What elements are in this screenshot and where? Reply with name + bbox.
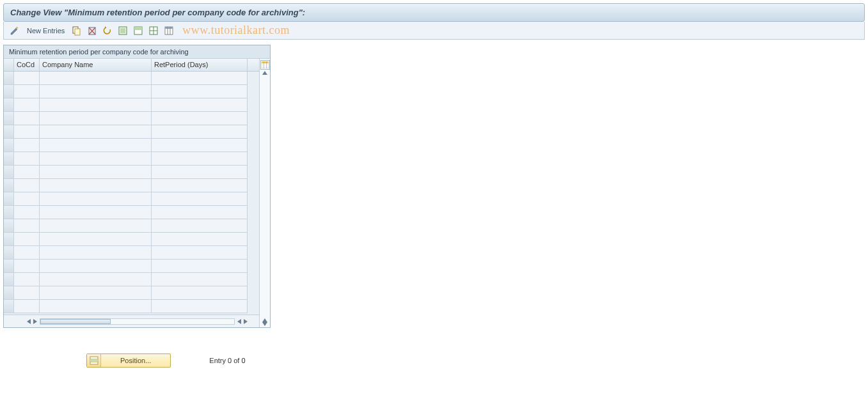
cell-cocd[interactable] [14, 286, 40, 300]
row-selector[interactable] [4, 219, 14, 233]
undo-change-icon[interactable] [102, 25, 113, 36]
cell-company-name[interactable] [40, 98, 152, 112]
cell-ret-period[interactable] [152, 152, 248, 166]
cell-cocd[interactable] [14, 85, 40, 98]
cell-company-name[interactable] [40, 85, 152, 98]
cell-ret-period[interactable] [152, 246, 248, 260]
table-row[interactable] [4, 286, 259, 300]
table-row[interactable] [4, 273, 259, 286]
cell-ret-period[interactable] [152, 112, 248, 125]
hscroll-left-arrow-icon[interactable] [27, 319, 31, 324]
table-row[interactable] [4, 219, 259, 233]
copy-as-icon[interactable] [71, 25, 83, 36]
row-selector[interactable] [4, 72, 14, 85]
cell-cocd[interactable] [14, 139, 40, 152]
cell-ret-period[interactable] [152, 273, 248, 286]
cell-cocd[interactable] [14, 300, 40, 313]
row-selector[interactable] [4, 139, 14, 152]
cell-cocd[interactable] [14, 206, 40, 219]
cell-ret-period[interactable] [152, 286, 248, 300]
hscroll-step-right-icon[interactable] [33, 319, 37, 324]
table-row[interactable] [4, 206, 259, 219]
cell-ret-period[interactable] [152, 233, 248, 246]
cell-cocd[interactable] [14, 273, 40, 286]
cell-cocd[interactable] [14, 98, 40, 112]
row-selector[interactable] [4, 112, 14, 125]
row-selector[interactable] [4, 246, 14, 260]
cell-company-name[interactable] [40, 206, 152, 219]
column-header-cocd[interactable]: CoCd [14, 59, 40, 71]
cell-company-name[interactable] [40, 273, 152, 286]
table-row[interactable] [4, 98, 259, 112]
toggle-display-change-icon[interactable] [9, 25, 20, 36]
row-selector[interactable] [4, 179, 14, 192]
vscroll-track[interactable] [260, 75, 270, 318]
cell-cocd[interactable] [14, 246, 40, 260]
hscroll-step-left-icon[interactable] [237, 319, 241, 324]
table-row[interactable] [4, 246, 259, 260]
cell-cocd[interactable] [14, 112, 40, 125]
column-header-company-name[interactable]: Company Name [40, 59, 152, 71]
hscroll-thumb[interactable] [40, 319, 111, 324]
cell-company-name[interactable] [40, 286, 152, 300]
row-selector[interactable] [4, 286, 14, 300]
table-row[interactable] [4, 72, 259, 85]
cell-ret-period[interactable] [152, 85, 248, 98]
cell-company-name[interactable] [40, 152, 152, 166]
row-selector[interactable] [4, 125, 14, 139]
cell-cocd[interactable] [14, 219, 40, 233]
row-selector[interactable] [4, 273, 14, 286]
cell-ret-period[interactable] [152, 300, 248, 313]
cell-cocd[interactable] [14, 192, 40, 206]
cell-ret-period[interactable] [152, 72, 248, 85]
table-row[interactable] [4, 125, 259, 139]
new-entries-button[interactable]: New Entries [24, 27, 67, 35]
table-row[interactable] [4, 166, 259, 179]
cell-company-name[interactable] [40, 179, 152, 192]
cell-cocd[interactable] [14, 72, 40, 85]
cell-company-name[interactable] [40, 192, 152, 206]
cell-ret-period[interactable] [152, 192, 248, 206]
cell-ret-period[interactable] [152, 206, 248, 219]
cell-ret-period[interactable] [152, 139, 248, 152]
cell-ret-period[interactable] [152, 98, 248, 112]
cell-cocd[interactable] [14, 233, 40, 246]
row-selector[interactable] [4, 192, 14, 206]
cell-cocd[interactable] [14, 179, 40, 192]
table-row[interactable] [4, 85, 259, 98]
horizontal-scrollbar[interactable] [4, 315, 259, 327]
row-selector[interactable] [4, 300, 14, 313]
grid-header-selector[interactable] [4, 59, 14, 71]
cell-ret-period[interactable] [152, 166, 248, 179]
cell-company-name[interactable] [40, 260, 152, 273]
cell-company-name[interactable] [40, 219, 152, 233]
row-selector[interactable] [4, 260, 14, 273]
hscroll-track[interactable] [40, 318, 235, 325]
table-row[interactable] [4, 300, 259, 313]
row-selector[interactable] [4, 206, 14, 219]
cell-ret-period[interactable] [152, 260, 248, 273]
vscroll-down-arrow-icon[interactable] [262, 322, 267, 326]
cell-company-name[interactable] [40, 72, 152, 85]
table-row[interactable] [4, 260, 259, 273]
table-row[interactable] [4, 112, 259, 125]
cell-cocd[interactable] [14, 260, 40, 273]
cell-ret-period[interactable] [152, 219, 248, 233]
select-block-icon[interactable] [132, 25, 144, 36]
vertical-scrollbar[interactable] [259, 59, 270, 327]
row-selector[interactable] [4, 152, 14, 166]
cell-company-name[interactable] [40, 300, 152, 313]
cell-ret-period[interactable] [152, 179, 248, 192]
column-header-ret-period[interactable]: RetPeriod (Days) [152, 59, 248, 71]
cell-cocd[interactable] [14, 152, 40, 166]
cell-company-name[interactable] [40, 125, 152, 139]
deselect-all-icon[interactable] [148, 25, 159, 36]
row-selector[interactable] [4, 98, 14, 112]
table-row[interactable] [4, 179, 259, 192]
grid-configure-icon[interactable] [260, 60, 270, 70]
table-row[interactable] [4, 139, 259, 152]
table-row[interactable] [4, 233, 259, 246]
cell-company-name[interactable] [40, 246, 152, 260]
hscroll-right-arrow-icon[interactable] [244, 319, 248, 324]
cell-cocd[interactable] [14, 125, 40, 139]
